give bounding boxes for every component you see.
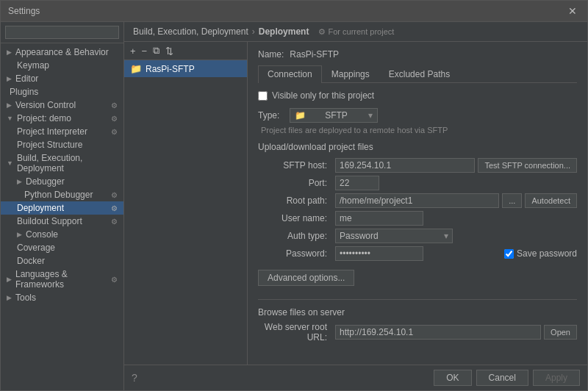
web-server-row: Web server root URL: Open (258, 322, 577, 342)
web-server-url-input[interactable] (335, 325, 541, 340)
user-name-input[interactable] (335, 211, 423, 226)
type-select-icon: 📁 (295, 110, 306, 121)
sidebar-item-label: Languages & Frameworks (15, 269, 109, 290)
sidebar-item-appearance[interactable]: ▶ Appearance & Behavior (1, 46, 123, 59)
sftp-host-input[interactable] (335, 158, 475, 173)
server-list-panel: + − ⧉ ⇅ 📁 RasPi-SFTP (124, 42, 248, 365)
main-content: Build, Execution, Deployment › Deploymen… (124, 22, 587, 390)
sidebar-item-label: Project: demo (17, 113, 71, 123)
advanced-options-button[interactable]: Advanced options... (258, 270, 354, 286)
sidebar-item-coverage[interactable]: Coverage (1, 241, 123, 254)
remove-server-button[interactable]: − (140, 45, 150, 57)
config-panel: Name: RasPi-SFTP Connection Mappings Exc… (248, 42, 587, 365)
auth-type-value: Password (340, 231, 379, 241)
dialog-title: Settings (8, 6, 40, 16)
open-button[interactable]: Open (544, 325, 577, 340)
sidebar-item-buildout[interactable]: Buildout Support ⚙ (1, 215, 123, 228)
sidebar-item-label: Project Structure (17, 140, 82, 150)
sidebar-item-label: Coverage (17, 243, 55, 253)
port-input[interactable] (335, 176, 379, 190)
expand-arrow: ▶ (7, 294, 12, 301)
help-icon[interactable]: ? (132, 372, 137, 384)
gear-icon: ⚙ (111, 128, 118, 136)
browse-button[interactable]: ... (502, 193, 522, 208)
chevron-down-icon: ▾ (444, 231, 448, 241)
tab-excluded-paths[interactable]: Excluded Paths (379, 65, 459, 82)
user-name-label: User name: (258, 213, 331, 223)
visible-only-checkbox[interactable] (258, 91, 268, 101)
gear-icon: ⚙ (111, 218, 118, 226)
move-server-button[interactable]: ⇅ (163, 45, 176, 57)
sidebar-item-label: Python Debugger (24, 190, 93, 200)
sftp-host-input-group: Test SFTP connection... (335, 158, 577, 173)
close-button[interactable]: ✕ (565, 5, 580, 17)
sidebar-item-project-interpreter[interactable]: Project Interpreter ⚙ (1, 125, 123, 138)
auth-type-select[interactable]: Password ▾ (335, 229, 453, 243)
sidebar-item-project-demo[interactable]: ▼ Project: demo ⚙ (1, 112, 123, 125)
sidebar: ▶ Appearance & Behavior Keymap ▶ Editor … (1, 22, 124, 390)
sidebar-item-plugins[interactable]: Plugins (1, 85, 123, 98)
sidebar-item-label: Build, Execution, Deployment (17, 153, 118, 173)
sidebar-item-label: Debugger (26, 176, 65, 187)
autodetect-button[interactable]: Autodetect (525, 193, 577, 208)
sidebar-item-build-exec[interactable]: ▼ Build, Execution, Deployment (1, 151, 123, 175)
server-item-raspi[interactable]: 📁 RasPi-SFTP (124, 60, 247, 77)
expand-arrow: ▼ (7, 159, 13, 167)
sidebar-item-label: Console (26, 229, 58, 240)
expand-arrow: ▶ (7, 75, 12, 82)
copy-server-button[interactable]: ⧉ (151, 44, 162, 57)
sidebar-item-label: Tools (15, 293, 36, 303)
test-sftp-button[interactable]: Test SFTP connection... (478, 158, 577, 173)
browse-section: Browse files on server Web server root U… (258, 307, 577, 342)
sidebar-item-label: Buildout Support (17, 216, 82, 226)
sidebar-item-tools[interactable]: ▶ Tools (1, 291, 123, 304)
sidebar-item-editor[interactable]: ▶ Editor (1, 72, 123, 85)
server-folder-icon: 📁 (130, 63, 142, 74)
save-password-checkbox[interactable] (504, 249, 514, 259)
title-bar: Settings ✕ (1, 1, 587, 22)
save-password-group: Save password (504, 248, 577, 259)
port-label: Port: (258, 178, 331, 188)
type-select[interactable]: 📁 SFTP ▾ (290, 108, 378, 123)
name-row: Name: RasPi-SFTP (258, 49, 577, 60)
apply-button[interactable]: Apply (533, 370, 580, 386)
server-item-label: RasPi-SFTP (146, 64, 195, 74)
password-input[interactable] (335, 246, 423, 261)
tab-connection[interactable]: Connection (258, 65, 322, 83)
tab-mappings[interactable]: Mappings (322, 65, 379, 82)
section-divider (258, 299, 577, 300)
sidebar-item-project-structure[interactable]: Project Structure (1, 138, 123, 151)
expand-arrow: ▶ (7, 101, 12, 109)
for-project-note: ⚙ For current project (318, 27, 394, 37)
type-row: Type: 📁 SFTP ▾ (258, 108, 577, 123)
save-password-label: Save password (517, 248, 577, 259)
sidebar-item-deployment[interactable]: Deployment ⚙ (1, 201, 123, 215)
cancel-button[interactable]: Cancel (476, 370, 528, 386)
sidebar-item-python-debugger[interactable]: Python Debugger ⚙ (1, 188, 123, 201)
type-select-value: SFTP (325, 110, 348, 121)
name-value: RasPi-SFTP (290, 49, 339, 60)
add-server-button[interactable]: + (128, 45, 138, 57)
root-path-input-group: ... Autodetect (335, 193, 577, 208)
content-area: + − ⧉ ⇅ 📁 RasPi-SFTP Name: RasPi (124, 42, 587, 365)
sftp-host-row: SFTP host: Test SFTP connection... (258, 158, 577, 173)
sidebar-item-label: Docker (17, 256, 45, 266)
sidebar-tree: ▶ Appearance & Behavior Keymap ▶ Editor … (1, 43, 123, 390)
name-label: Name: (258, 49, 284, 60)
sidebar-item-languages[interactable]: ▶ Languages & Frameworks ⚙ (1, 268, 123, 291)
breadcrumb: Build, Execution, Deployment › Deploymen… (124, 22, 587, 42)
sidebar-item-debugger[interactable]: ▶ Debugger (1, 175, 123, 188)
auth-type-row: Auth type: Password ▾ (258, 229, 577, 243)
sidebar-item-version-control[interactable]: ▶ Version Control ⚙ (1, 98, 123, 112)
sidebar-item-label: Deployment (17, 203, 64, 213)
gear-icon: ⚙ (111, 191, 118, 199)
sidebar-item-console[interactable]: ▶ Console (1, 228, 123, 241)
ok-button[interactable]: OK (434, 370, 471, 386)
search-input[interactable] (5, 26, 119, 39)
breadcrumb-separator: › (252, 26, 255, 37)
sidebar-item-docker[interactable]: Docker (1, 254, 123, 268)
server-toolbar: + − ⧉ ⇅ (124, 42, 247, 60)
web-server-input-group: Open (335, 325, 577, 340)
root-path-input[interactable] (335, 193, 499, 208)
sidebar-item-keymap[interactable]: Keymap (1, 59, 123, 72)
